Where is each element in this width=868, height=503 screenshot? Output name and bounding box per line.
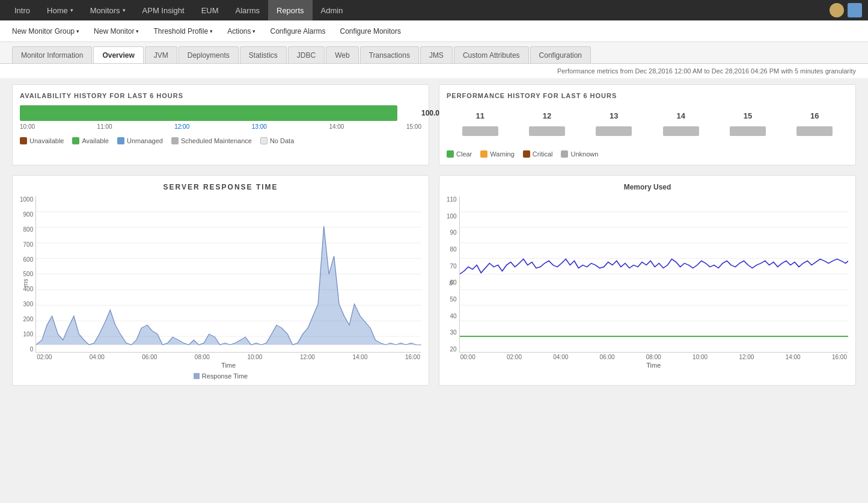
nav-apm-insight[interactable]: APM Insight bbox=[134, 0, 193, 20]
nav-reports[interactable]: Reports bbox=[268, 0, 313, 20]
metrics-text: Performance metrics from Dec 28,2016 12:… bbox=[0, 64, 868, 78]
srt-y-label: ms bbox=[22, 279, 29, 286]
clear-color bbox=[447, 150, 454, 158]
warning-color bbox=[480, 150, 487, 158]
performance-chart-title: PERFORMANCE HISTORY FOR LAST 6 HOURS bbox=[447, 92, 848, 99]
legend-clear: Clear bbox=[447, 150, 472, 158]
memory-x-title: Time bbox=[459, 362, 848, 369]
tab-bar: Monitor Information Overview JVM Deploym… bbox=[0, 42, 868, 64]
print-icon[interactable] bbox=[848, 3, 862, 17]
performance-chart-panel: PERFORMANCE HISTORY FOR LAST 6 HOURS 11 … bbox=[439, 84, 856, 165]
srt-legend: Response Time bbox=[20, 372, 421, 380]
tab-monitor-information[interactable]: Monitor Information bbox=[12, 46, 92, 63]
availability-chart-panel: AVAILABILITY HISTORY FOR LAST 6 HOURS 10… bbox=[12, 84, 429, 165]
home-arrow-icon: ▾ bbox=[70, 7, 73, 13]
tab-transactions[interactable]: Transactions bbox=[360, 46, 419, 63]
tab-deployments[interactable]: Deployments bbox=[179, 46, 239, 63]
srt-x-labels: 02:00 04:00 06:00 08:00 10:00 12:00 14:0… bbox=[35, 354, 421, 360]
unavailable-color bbox=[20, 137, 27, 144]
memory-x-labels: 00:00 02:00 04:00 06:00 08:00 10:00 12:0… bbox=[459, 354, 848, 360]
tab-custom-attributes[interactable]: Custom Attributes bbox=[454, 46, 529, 63]
configure-monitors-btn[interactable]: Configure Monitors bbox=[334, 20, 407, 42]
perf-bar-13 bbox=[596, 126, 632, 136]
perf-grid: 11 12 13 14 15 bbox=[447, 105, 848, 142]
srt-chart-container: 1000 900 800 700 600 500 400 300 200 100… bbox=[20, 196, 421, 369]
new-monitor-btn[interactable]: New Monitor ▾ bbox=[88, 20, 145, 42]
actions-btn[interactable]: Actions ▾ bbox=[221, 20, 261, 42]
actions-arrow: ▾ bbox=[252, 28, 255, 34]
memory-chart-title: Memory Used bbox=[447, 183, 848, 191]
legend-scheduled-maintenance: Scheduled Maintenance bbox=[171, 137, 252, 144]
perf-bar-14 bbox=[663, 126, 699, 136]
new-monitor-arrow: ▾ bbox=[136, 28, 139, 34]
perf-bar-15 bbox=[730, 126, 766, 136]
srt-y-axis: 1000 900 800 700 600 500 400 300 200 100… bbox=[20, 196, 35, 353]
tab-statistics[interactable]: Statistics bbox=[240, 46, 287, 63]
legend-unknown: Unknown bbox=[561, 150, 598, 158]
perf-col-11: 11 bbox=[462, 111, 498, 136]
legend-unavailable: Unavailable bbox=[20, 137, 64, 144]
tab-jms[interactable]: JMS bbox=[420, 46, 453, 63]
no-data-color bbox=[260, 137, 267, 144]
srt-svg bbox=[35, 196, 421, 353]
memory-svg bbox=[459, 196, 848, 353]
top-navigation: Intro Home ▾ Monitors ▾ APM Insight EUM … bbox=[0, 0, 868, 20]
avail-time-labels: 10:00 11:00 12:00 13:00 14:00 15:00 bbox=[20, 123, 421, 130]
availability-bar bbox=[20, 105, 397, 121]
tab-jvm[interactable]: JVM bbox=[145, 46, 177, 63]
scheduled-maintenance-color bbox=[171, 137, 179, 144]
monitors-arrow-icon: ▾ bbox=[123, 7, 126, 13]
threshold-arrow: ▾ bbox=[210, 28, 213, 34]
user-icon[interactable] bbox=[830, 3, 844, 17]
legend-critical: Critical bbox=[523, 150, 553, 158]
tab-web[interactable]: Web bbox=[326, 46, 358, 63]
availability-percent: 100.0 bbox=[421, 109, 439, 117]
tab-configuration[interactable]: Configuration bbox=[530, 46, 591, 63]
tab-jdbc[interactable]: JDBC bbox=[288, 46, 325, 63]
memory-y-label: % bbox=[448, 280, 455, 285]
memory-y-axis: 110 100 90 80 70 60 50 40 30 20 bbox=[447, 196, 459, 353]
legend-warning: Warning bbox=[480, 150, 515, 158]
nav-alarms[interactable]: Alarms bbox=[227, 0, 268, 20]
legend-unmanaged: Unmanaged bbox=[117, 137, 163, 144]
perf-legend: Clear Warning Critical Unknown bbox=[447, 150, 848, 158]
unknown-color bbox=[561, 150, 568, 158]
perf-bar-12 bbox=[529, 126, 565, 136]
perf-col-13: 13 bbox=[596, 111, 632, 136]
avail-bar-wrapper: 100.0 bbox=[20, 105, 421, 121]
nav-monitors[interactable]: Monitors ▾ bbox=[82, 0, 134, 20]
availability-chart-title: AVAILABILITY HISTORY FOR LAST 6 HOURS bbox=[20, 92, 421, 99]
perf-col-16: 16 bbox=[796, 111, 833, 136]
perf-col-15: 15 bbox=[730, 111, 766, 136]
new-monitor-group-btn[interactable]: New Monitor Group ▾ bbox=[6, 20, 85, 42]
nav-intro[interactable]: Intro bbox=[6, 0, 38, 20]
tab-overview[interactable]: Overview bbox=[93, 46, 143, 63]
response-time-legend-color bbox=[194, 373, 200, 379]
srt-x-title: Time bbox=[35, 362, 421, 369]
perf-bar-16 bbox=[796, 126, 833, 136]
top-nav-icons bbox=[830, 3, 862, 17]
server-response-panel: SERVER RESPONSE TIME 1000 900 800 700 60… bbox=[12, 175, 429, 386]
legend-available: Available bbox=[72, 137, 108, 144]
nav-admin[interactable]: Admin bbox=[313, 0, 352, 20]
charts-row-2: SERVER RESPONSE TIME 1000 900 800 700 60… bbox=[12, 175, 856, 386]
perf-bar-11 bbox=[462, 126, 498, 136]
main-content: AVAILABILITY HISTORY FOR LAST 6 HOURS 10… bbox=[0, 78, 868, 401]
threshold-profile-btn[interactable]: Threshold Profile ▾ bbox=[147, 20, 219, 42]
configure-alarms-btn[interactable]: Configure Alarms bbox=[264, 20, 331, 42]
charts-row-1: AVAILABILITY HISTORY FOR LAST 6 HOURS 10… bbox=[12, 84, 856, 165]
second-navigation: New Monitor Group ▾ New Monitor ▾ Thresh… bbox=[0, 20, 868, 42]
perf-col-14: 14 bbox=[663, 111, 699, 136]
perf-col-12: 12 bbox=[529, 111, 565, 136]
legend-no-data: No Data bbox=[260, 137, 294, 144]
nav-eum[interactable]: EUM bbox=[193, 0, 227, 20]
new-monitor-group-arrow: ▾ bbox=[76, 28, 79, 34]
unmanaged-color bbox=[117, 137, 124, 144]
nav-home[interactable]: Home ▾ bbox=[38, 0, 82, 20]
srt-svg-wrapper: ms bbox=[35, 196, 421, 369]
critical-color bbox=[523, 150, 530, 158]
memory-svg-wrapper: % bbox=[459, 196, 848, 369]
available-color bbox=[72, 137, 79, 144]
memory-chart-panel: Memory Used 110 100 90 80 70 60 50 40 30… bbox=[439, 175, 856, 386]
avail-legend: Unavailable Available Unmanaged Schedule… bbox=[20, 137, 421, 144]
